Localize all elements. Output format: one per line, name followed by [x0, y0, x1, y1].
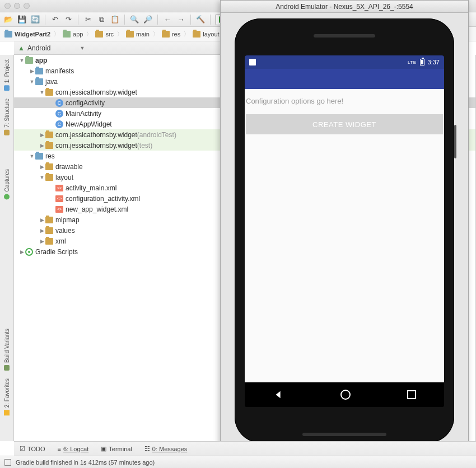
button-label: CREATE WIDGET	[312, 120, 376, 129]
side-tab-structure[interactable]: 7: Structure	[4, 96, 10, 138]
nav-back-icon[interactable]	[273, 389, 284, 400]
chevron-right-icon: 〉	[152, 30, 160, 38]
tool-window-toggle-icon[interactable]	[4, 459, 11, 466]
paste-icon[interactable]: 📋	[110, 15, 120, 25]
separator-icon	[78, 15, 78, 25]
redo-icon[interactable]: ↷	[63, 15, 73, 25]
folder-icon	[4, 31, 12, 38]
separator-icon	[157, 15, 158, 25]
tree-label: manifests	[45, 67, 74, 75]
tab-messages[interactable]: ☷ 0: Messages	[144, 445, 187, 452]
traffic-zoom-icon[interactable]	[24, 3, 30, 9]
tree-label: new_app_widget.xml	[66, 205, 128, 213]
device-screen[interactable]: LTE 3:37 Configuration options go here! …	[245, 55, 444, 407]
battery-icon	[420, 59, 424, 65]
replace-icon[interactable]: 🔎	[143, 15, 153, 25]
chevron-right-icon[interactable]	[39, 238, 45, 244]
forward-icon[interactable]: →	[176, 15, 186, 25]
nav-recent-icon[interactable]	[407, 390, 416, 399]
traffic-close-icon[interactable]	[4, 3, 11, 9]
tab-logcat[interactable]: ≡ 6: Logcat	[58, 446, 89, 452]
crumb[interactable]: main	[124, 31, 152, 38]
tree-label: app	[35, 57, 47, 64]
tab-label: Terminal	[109, 446, 132, 452]
cut-icon[interactable]: ✂	[83, 15, 93, 25]
crumb-label: app	[73, 31, 83, 38]
separator-icon	[210, 15, 211, 25]
favorites-icon	[4, 410, 10, 415]
tab-label: 0: Messages	[152, 446, 187, 452]
tree-label: configuration_activity.xml	[66, 195, 140, 203]
chevron-down-icon[interactable]	[39, 175, 45, 180]
chevron-right-icon[interactable]	[39, 132, 45, 138]
tree-label: configActivity	[66, 99, 105, 107]
chevron-down-icon[interactable]	[29, 153, 35, 159]
folder-icon	[35, 78, 43, 85]
emulator-title-bar[interactable]: Android Emulator - Nexus_5X_API_26_-:555…	[221, 1, 468, 13]
class-icon: C	[55, 120, 63, 128]
gradle-icon	[25, 248, 33, 256]
app-content: Configuration options go here! CREATE WI…	[245, 89, 444, 382]
power-button-icon	[454, 125, 456, 158]
buildvar-icon	[4, 365, 10, 371]
tab-label: 6: Logcat	[63, 446, 88, 452]
chevron-right-icon[interactable]	[39, 143, 45, 148]
chevron-down-icon[interactable]	[29, 79, 35, 85]
back-icon[interactable]: ←	[162, 15, 172, 25]
folder-icon	[95, 31, 103, 38]
side-tab-project[interactable]: 1: Project	[4, 57, 10, 93]
crumb[interactable]: src	[93, 31, 116, 38]
chevron-right-icon[interactable]	[39, 217, 45, 223]
tree-label: NewAppWidget	[66, 120, 112, 128]
folder-icon	[63, 31, 71, 38]
tab-terminal[interactable]: ▣ Terminal	[101, 445, 132, 452]
side-tab-label: 2: Favorites	[4, 378, 10, 408]
tab-label: TODO	[27, 446, 45, 452]
tab-todo[interactable]: ☑ TODO	[20, 445, 45, 452]
separator-icon	[45, 15, 45, 25]
emulator-window[interactable]: Android Emulator - Nexus_5X_API_26_-:555…	[220, 0, 469, 452]
nav-home-icon[interactable]	[340, 390, 351, 400]
side-tab-buildvar[interactable]: Build Variants	[4, 326, 10, 373]
tree-qualifier: (test)	[137, 142, 152, 149]
android-icon: ▲	[17, 44, 25, 52]
traffic-min-icon[interactable]	[14, 3, 20, 9]
separator-icon	[124, 15, 125, 25]
device-frame: LTE 3:37 Configuration options go here! …	[235, 18, 454, 443]
copy-icon[interactable]: ⧉	[96, 15, 106, 25]
side-tab-favorites[interactable]: 2: Favorites	[4, 376, 10, 418]
emulator-body: LTE 3:37 Configuration options go here! …	[221, 13, 468, 451]
crumb[interactable]: app	[60, 31, 85, 38]
side-tab-label: 7: Structure	[4, 99, 10, 128]
crumb[interactable]: res	[160, 31, 183, 38]
crumb-label: WidgetPart2	[15, 31, 50, 38]
chevron-right-icon[interactable]	[29, 68, 35, 74]
chevron-right-icon[interactable]	[39, 228, 45, 233]
class-icon: C	[55, 99, 63, 107]
config-text: Configuration options go here!	[245, 89, 444, 111]
crumb[interactable]: WidgetPart2	[2, 31, 53, 38]
save-icon[interactable]: 💾	[17, 15, 27, 25]
crumb[interactable]: layout	[190, 31, 221, 38]
undo-icon[interactable]: ↶	[50, 15, 60, 25]
chevron-down-icon[interactable]: ▼	[80, 45, 85, 51]
create-widget-button[interactable]: CREATE WIDGET	[246, 114, 443, 134]
chevron-right-icon[interactable]	[18, 249, 25, 255]
side-tab-captures[interactable]: Captures	[4, 167, 10, 202]
chevron-right-icon: 〉	[85, 30, 93, 38]
status-bar: Gradle build finished in 1s 412ms (57 mi…	[0, 456, 476, 468]
android-status-bar[interactable]: LTE 3:37	[245, 55, 444, 69]
folder-icon	[162, 31, 170, 38]
chevron-down-icon[interactable]	[18, 58, 25, 63]
tree-label: Gradle Scripts	[35, 248, 78, 256]
open-icon[interactable]: 📂	[3, 15, 13, 25]
chevron-right-icon[interactable]	[39, 164, 45, 170]
tree-label: res	[45, 152, 55, 160]
build-icon[interactable]: 🔨	[195, 15, 206, 25]
find-icon[interactable]: 🔍	[129, 15, 139, 25]
project-view-header[interactable]: ▲ Android ▼ ✿	[14, 41, 235, 55]
chevron-down-icon[interactable]	[39, 90, 45, 95]
android-nav-bar	[245, 382, 444, 407]
sync-icon[interactable]: 🔄	[30, 15, 40, 25]
android-app-bar	[245, 69, 444, 89]
